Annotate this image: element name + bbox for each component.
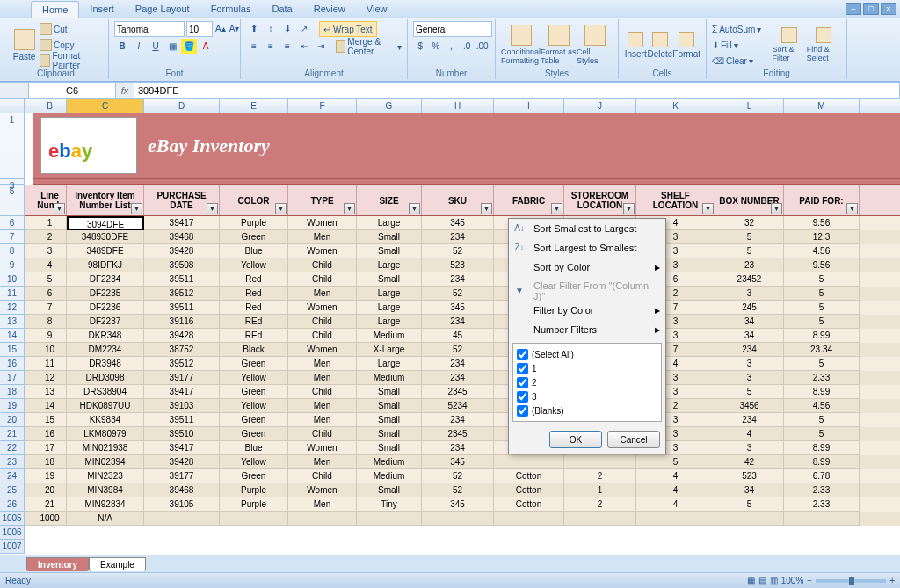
close-button[interactable]: ×: [881, 3, 896, 15]
cell[interactable]: 523: [422, 258, 494, 272]
cell[interactable]: 18: [33, 455, 67, 469]
cell[interactable]: 234: [715, 413, 784, 427]
cell[interactable]: 5: [715, 385, 784, 399]
cell[interactable]: 9.56: [784, 258, 860, 272]
sort-asc-item[interactable]: A↓Sort Smallest to Largest: [509, 219, 665, 238]
cell[interactable]: Large: [357, 287, 422, 301]
cell[interactable]: Men: [288, 497, 357, 512]
cell[interactable]: Large: [357, 357, 422, 371]
cell[interactable]: 4: [636, 469, 715, 483]
cell[interactable]: 5: [784, 272, 860, 287]
cell[interactable]: Small: [357, 441, 422, 455]
cell[interactable]: 39103: [144, 399, 220, 413]
col-header[interactable]: F: [288, 99, 357, 113]
row-header[interactable]: 15: [0, 343, 25, 357]
cell[interactable]: 523: [715, 469, 784, 483]
cell[interactable]: 39468: [144, 483, 220, 497]
row-header[interactable]: 1: [0, 113, 25, 179]
percent-button[interactable]: %: [429, 39, 444, 54]
cell[interactable]: DKR348: [67, 329, 144, 343]
cell[interactable]: 2345: [422, 427, 494, 441]
cell[interactable]: Red: [220, 301, 288, 315]
column-header[interactable]: FABRIC▼: [494, 185, 564, 215]
cell[interactable]: 1000: [33, 512, 67, 526]
cell[interactable]: Cotton: [494, 497, 564, 512]
cell[interactable]: Women: [288, 343, 357, 357]
cell[interactable]: 3: [715, 441, 784, 455]
row-header[interactable]: 21: [0, 427, 25, 441]
find-select-button[interactable]: Find & Select: [807, 21, 841, 69]
cell[interactable]: 52: [422, 469, 494, 483]
cell[interactable]: DF2236: [67, 301, 144, 315]
minimize-button[interactable]: –: [846, 3, 861, 15]
font-size-select[interactable]: [186, 21, 213, 37]
col-header[interactable]: E: [220, 99, 288, 113]
cell[interactable]: Small: [357, 399, 422, 413]
cell[interactable]: 34: [715, 329, 784, 343]
cell[interactable]: 23: [715, 258, 784, 272]
cell[interactable]: 234: [422, 357, 494, 371]
filter-checklist[interactable]: (Select All) 1 2 3 (Blanks): [512, 343, 662, 422]
cell[interactable]: 39510: [144, 427, 220, 441]
cell[interactable]: [784, 512, 860, 526]
cancel-button[interactable]: Cancel: [607, 431, 660, 448]
filter-dropdown-button[interactable]: ▼: [771, 203, 782, 214]
sort-by-color-item[interactable]: Sort by Color▶: [509, 258, 665, 277]
cell[interactable]: MIN2323: [67, 469, 144, 483]
row-header[interactable]: 20: [0, 413, 25, 427]
select-all-corner[interactable]: [0, 99, 25, 113]
align-left-button[interactable]: ≡: [246, 39, 262, 54]
col-header[interactable]: D: [144, 99, 220, 113]
cell[interactable]: 21: [33, 497, 67, 512]
increase-font-button[interactable]: A▴: [214, 21, 227, 37]
underline-button[interactable]: U: [148, 39, 163, 54]
cell[interactable]: Small: [357, 483, 422, 497]
autosum-button[interactable]: Σ AutoSum ▾: [712, 21, 773, 37]
cell[interactable]: 52: [422, 343, 494, 357]
cell[interactable]: 39428: [144, 244, 220, 258]
cell[interactable]: 3: [715, 371, 784, 385]
cell[interactable]: Small: [357, 272, 422, 287]
format-cells-button[interactable]: Format: [672, 21, 700, 69]
cell[interactable]: Small: [357, 230, 422, 244]
cell[interactable]: 234: [422, 413, 494, 427]
filter-dropdown-button[interactable]: ▼: [481, 203, 492, 214]
cell[interactable]: Purple: [220, 216, 288, 230]
cell[interactable]: 34: [715, 483, 784, 497]
column-header[interactable]: SKU▼: [422, 185, 494, 215]
tab-view[interactable]: View: [356, 1, 398, 17]
cell[interactable]: Child: [288, 258, 357, 272]
col-header[interactable]: B: [33, 99, 67, 113]
cell[interactable]: Red: [220, 287, 288, 301]
cell[interactable]: 11: [33, 357, 67, 371]
cell[interactable]: 39417: [144, 441, 220, 455]
number-filters-item[interactable]: Number Filters▶: [509, 320, 665, 339]
row-header[interactable]: 13: [0, 315, 25, 329]
row-header[interactable]: 11: [0, 287, 25, 301]
cell[interactable]: Men: [288, 371, 357, 385]
col-header[interactable]: K: [636, 99, 715, 113]
cell[interactable]: 4: [636, 483, 715, 497]
cell[interactable]: Large: [357, 315, 422, 329]
zoom-out-button[interactable]: −: [807, 576, 812, 585]
filter-dropdown-button[interactable]: ▼: [54, 203, 65, 214]
decrease-font-button[interactable]: A▾: [229, 21, 241, 37]
cell[interactable]: 1: [564, 483, 636, 497]
row-header[interactable]: 18: [0, 385, 25, 399]
cell[interactable]: 348930DFE: [67, 230, 144, 244]
filter-check-item[interactable]: 1: [517, 361, 657, 375]
column-header[interactable]: SHELF LOCATION▼: [636, 185, 715, 215]
cell[interactable]: [357, 512, 422, 526]
cell[interactable]: Green: [220, 469, 288, 483]
column-header[interactable]: COLOR▼: [220, 185, 288, 215]
cell[interactable]: Cotton: [494, 483, 564, 497]
filter-dropdown-button[interactable]: ▼: [702, 203, 714, 214]
cell[interactable]: 42: [715, 455, 784, 469]
cell[interactable]: Women: [288, 483, 357, 497]
cell[interactable]: MIN3984: [67, 483, 144, 497]
cell[interactable]: 5: [784, 427, 860, 441]
cell[interactable]: 39511: [144, 413, 220, 427]
tab-home[interactable]: Home: [31, 1, 79, 18]
cell[interactable]: Child: [288, 329, 357, 343]
cell[interactable]: 39177: [144, 371, 220, 385]
